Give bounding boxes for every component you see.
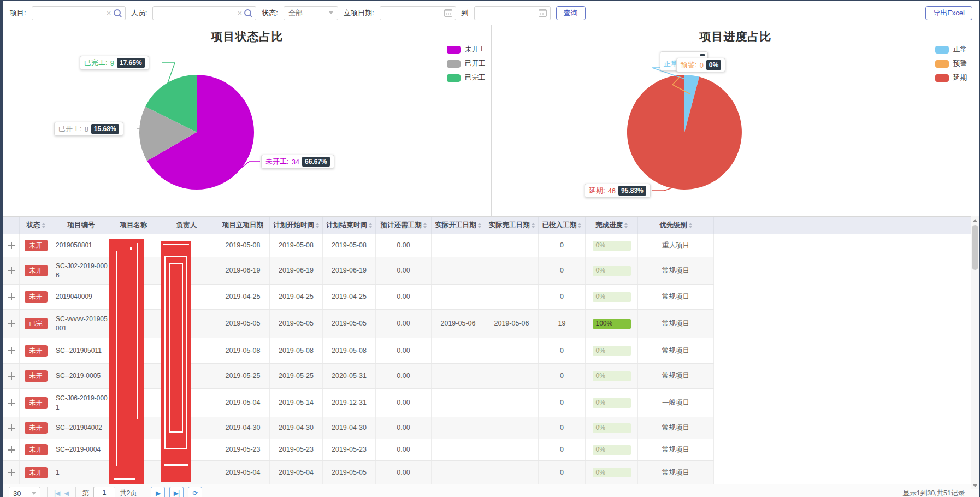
cell-priority: 常规项目 [638,439,714,460]
column-header-完成进度[interactable]: 完成进度 [586,217,638,234]
vertical-scrollbar[interactable] [971,216,979,489]
column-header-计划结束时间[interactable]: 计划结束时间 [323,217,376,234]
status-badge: 未开 [25,444,48,455]
cell-act_start [432,364,485,388]
scroll-down-button[interactable] [971,482,979,489]
sort-arrows-icon[interactable] [42,223,45,228]
column-header-label: 已投入工期 [542,221,577,230]
cell-plan_end: 2019-05-05 [323,310,376,338]
label-percent-badge [700,54,705,56]
person-search-input[interactable] [156,7,235,20]
legend-item-started[interactable]: 已开工 [447,59,486,68]
status-select[interactable]: 全部 [284,6,338,20]
sort-arrows-icon[interactable] [624,223,628,228]
project-code: 1 [56,468,60,477]
cell-progress: 0% [586,364,638,388]
page-size-select[interactable]: 30 [9,487,40,497]
column-header-实际开工日期[interactable]: 实际开工日期 [432,217,485,234]
export-excel-button[interactable]: 导出Excel [925,6,972,20]
project-code: 2019050801 [56,241,92,250]
label-text: 延期: [589,186,605,196]
column-header-预计还需工期[interactable]: 预计还需工期 [376,217,432,234]
next-page-button[interactable]: ▶ [151,487,165,497]
search-icon[interactable] [114,9,121,16]
status-badge: 已完 [25,318,48,329]
sort-arrows-icon[interactable] [578,223,581,228]
sort-arrows-icon[interactable] [689,223,692,228]
drag-plus-icon[interactable] [8,424,15,431]
cell-act_start [432,417,485,439]
date-to-input[interactable] [478,8,539,17]
sort-arrows-icon[interactable] [478,223,481,228]
column-header-计划开始时间[interactable]: 计划开始时间 [270,217,323,234]
table-body: 未开20190508012019-05-082019-05-082019-05-… [3,234,971,484]
progress-bar: 0% [593,468,631,477]
scroll-up-button[interactable] [971,216,979,224]
scrollbar-thumb[interactable] [972,225,978,270]
project-search-input[interactable] [36,7,104,20]
divider [144,487,144,497]
cell-plan_start: 2019-05-05 [270,310,323,338]
drag-plus-icon[interactable] [8,293,15,300]
refresh-button[interactable]: ⟳ [188,487,202,497]
legend-item-delayed[interactable]: 延期 [935,73,967,82]
status-badge: 未开 [25,291,48,303]
progress-bar: 0% [593,445,631,455]
date-to-box[interactable] [474,6,551,20]
drag-plus-icon[interactable] [8,399,15,406]
prev-page-button[interactable]: ◀ [64,487,68,497]
sort-arrows-icon[interactable] [532,223,535,228]
first-page-button[interactable]: |◀ [54,487,60,497]
calendar-icon[interactable] [539,9,547,17]
cell-remain: 0.00 [376,461,432,484]
cell-priority: 常规项目 [638,417,714,439]
column-header-已投入工期[interactable]: 已投入工期 [539,217,586,234]
date-from-input[interactable] [383,8,444,17]
to-label: 到 [462,8,469,18]
progress-pie-chart: 项目进度占比 正常: 预警: 0 0% 延期: 46 95.83 [492,25,979,216]
cell-act_end [485,364,539,388]
calendar-icon[interactable] [444,9,452,17]
sort-arrows-icon[interactable] [423,223,427,228]
sort-arrows-icon[interactable] [369,223,372,228]
cell-act_end: 2019-05-06 [485,310,539,338]
drag-plus-icon[interactable] [8,242,15,249]
cell-invested: 0 [539,439,586,460]
column-header-label: 预计还需工期 [381,221,422,230]
drag-plus-icon[interactable] [8,347,15,354]
drag-plus-icon[interactable] [8,372,15,380]
sort-arrows-icon[interactable] [316,223,319,228]
label-value: 0 [700,61,704,69]
cell-status: 未开 [20,461,52,484]
drag-plus-icon[interactable] [8,469,15,476]
person-search-box[interactable]: × [152,6,256,20]
label-text: 已开工: [58,124,82,134]
column-header-状态[interactable]: 状态 [20,217,52,234]
date-from-box[interactable] [380,6,456,20]
column-header-优先级别[interactable]: 优先级别 [638,217,714,234]
search-button[interactable]: 查询 [556,6,586,20]
clear-icon[interactable]: × [237,9,242,17]
column-header-实际完工日期[interactable]: 实际完工日期 [485,217,539,234]
cell-plan_end: 2019-05-23 [323,439,376,460]
cell-drag [3,257,20,284]
drag-plus-icon[interactable] [8,446,15,453]
clear-icon[interactable]: × [107,9,111,17]
cell-est: 2019-05-25 [216,364,270,388]
legend-item-finished[interactable]: 已完工 [447,73,486,82]
legend-item-notstarted[interactable]: 未开工 [447,45,486,54]
project-search-box[interactable]: × [32,6,126,20]
drag-plus-icon[interactable] [8,320,15,327]
cell-plan_start: 2019-05-04 [270,461,323,484]
last-page-button[interactable]: ▶| [169,487,184,497]
pie-slice-delayed[interactable] [627,75,742,190]
redaction-block-project-name [109,239,144,484]
cell-plan_end: 2019-12-31 [323,389,376,417]
drag-plus-icon[interactable] [8,267,15,274]
cell-act_end [485,439,539,460]
legend-item-warning[interactable]: 预警 [935,59,967,68]
page-number-input[interactable] [93,487,115,497]
legend-item-normal[interactable]: 正常 [935,45,967,54]
search-icon[interactable] [244,9,251,16]
label-text: 已完工: [84,58,108,68]
